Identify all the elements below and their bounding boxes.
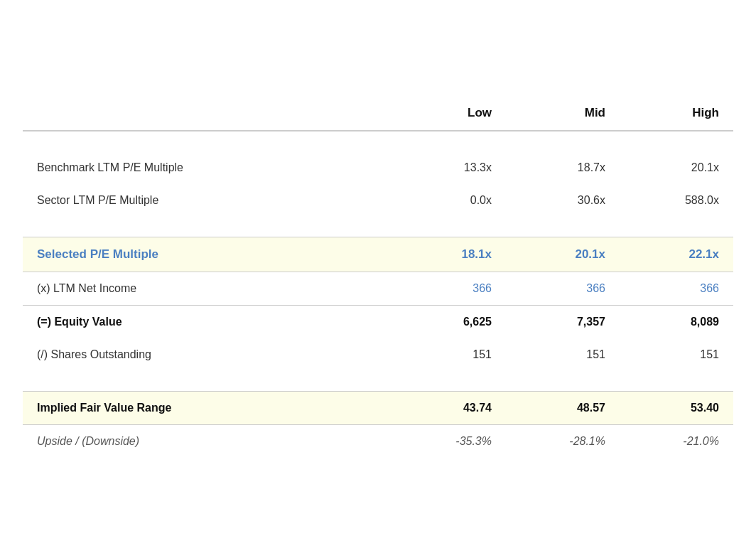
sector-high: 588.0x bbox=[620, 184, 733, 217]
spacer-2 bbox=[23, 217, 733, 237]
equity-high: 8,089 bbox=[620, 305, 733, 338]
header-high: High bbox=[620, 96, 733, 131]
sector-row: Sector LTM P/E Multiple 0.0x 30.6x 588.0… bbox=[23, 184, 733, 217]
ltm-mid: 366 bbox=[506, 272, 620, 305]
shares-mid: 151 bbox=[506, 338, 620, 371]
upside-row: Upside / (Downside) -35.3% -28.1% -21.0% bbox=[23, 424, 733, 458]
benchmark-row: Benchmark LTM P/E Multiple 13.3x 18.7x 2… bbox=[23, 151, 733, 184]
benchmark-high: 20.1x bbox=[620, 151, 733, 184]
selected-high: 22.1x bbox=[620, 237, 733, 272]
sector-mid: 30.6x bbox=[506, 184, 620, 217]
equity-mid: 7,357 bbox=[506, 305, 620, 338]
ltm-row: (x) LTM Net Income 366 366 366 bbox=[23, 272, 733, 305]
implied-mid: 48.57 bbox=[506, 391, 620, 424]
main-container: Low Mid High Benchmark LTM P/E Multiple … bbox=[9, 82, 747, 472]
header-low: Low bbox=[392, 96, 506, 131]
selected-low: 18.1x bbox=[392, 237, 506, 272]
shares-high: 151 bbox=[620, 338, 733, 371]
selected-mid: 20.1x bbox=[506, 237, 620, 272]
benchmark-label: Benchmark LTM P/E Multiple bbox=[23, 151, 392, 184]
spacer-3 bbox=[23, 371, 733, 392]
selected-label: Selected P/E Multiple bbox=[23, 237, 392, 272]
sector-low: 0.0x bbox=[392, 184, 506, 217]
header-mid: Mid bbox=[506, 96, 620, 131]
implied-label: Implied Fair Value Range bbox=[23, 391, 392, 424]
sector-label: Sector LTM P/E Multiple bbox=[23, 184, 392, 217]
valuation-table: Low Mid High Benchmark LTM P/E Multiple … bbox=[23, 96, 733, 458]
upside-mid: -28.1% bbox=[506, 424, 620, 458]
ltm-low: 366 bbox=[392, 272, 506, 305]
upside-high: -21.0% bbox=[620, 424, 733, 458]
spacer-1 bbox=[23, 131, 733, 151]
ltm-high: 366 bbox=[620, 272, 733, 305]
upside-low: -35.3% bbox=[392, 424, 506, 458]
implied-row: Implied Fair Value Range 43.74 48.57 53.… bbox=[23, 391, 733, 424]
header-row: Low Mid High bbox=[23, 96, 733, 131]
shares-low: 151 bbox=[392, 338, 506, 371]
header-label-col bbox=[23, 96, 392, 131]
selected-pe-row: Selected P/E Multiple 18.1x 20.1x 22.1x bbox=[23, 237, 733, 272]
implied-high: 53.40 bbox=[620, 391, 733, 424]
equity-label: (=) Equity Value bbox=[23, 305, 392, 338]
benchmark-mid: 18.7x bbox=[506, 151, 620, 184]
upside-label: Upside / (Downside) bbox=[23, 424, 392, 458]
shares-label: (/) Shares Outstanding bbox=[23, 338, 392, 371]
shares-row: (/) Shares Outstanding 151 151 151 bbox=[23, 338, 733, 371]
equity-low: 6,625 bbox=[392, 305, 506, 338]
implied-low: 43.74 bbox=[392, 391, 506, 424]
benchmark-low: 13.3x bbox=[392, 151, 506, 184]
equity-row: (=) Equity Value 6,625 7,357 8,089 bbox=[23, 305, 733, 338]
ltm-label: (x) LTM Net Income bbox=[23, 272, 392, 305]
